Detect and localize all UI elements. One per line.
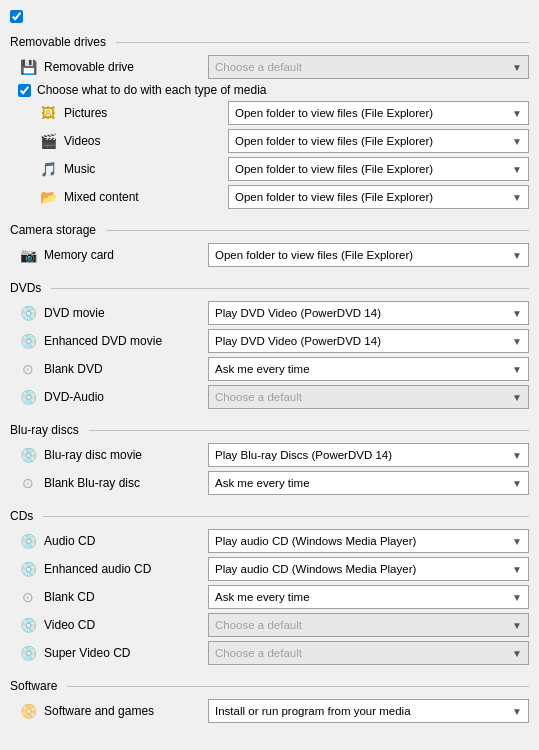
dropdown-text-removable-drive: Choose a default [215, 61, 508, 73]
dropdown-video-cd[interactable]: Choose a default▼ [208, 613, 529, 637]
dropdown-audio-cd[interactable]: Play audio CD (Windows Media Player)▼ [208, 529, 529, 553]
section-removable-drives: Removable drives💾Removable driveChoose a… [10, 35, 529, 209]
row-bluray-disc-movie: 💿Blu-ray disc moviePlay Blu-ray Discs (P… [10, 443, 529, 467]
dropdown-arrow-dvd-audio: ▼ [512, 392, 522, 403]
row-mixed-content: 📂Mixed contentOpen folder to view files … [10, 185, 529, 209]
dropdown-software-games[interactable]: Install or run program from your media▼ [208, 699, 529, 723]
dvdmovie-icon: 💿 [18, 303, 38, 323]
row-label-text-video-cd: Video CD [44, 618, 95, 632]
dropdown-dvd-audio[interactable]: Choose a default▼ [208, 385, 529, 409]
dropdown-arrow-software-games: ▼ [512, 706, 522, 717]
row-blank-bluray: ⊙Blank Blu-ray discAsk me every time▼ [10, 471, 529, 495]
dropdown-enhanced-dvd-movie[interactable]: Play DVD Video (PowerDVD 14)▼ [208, 329, 529, 353]
row-memory-card: 📷Memory cardOpen folder to view files (F… [10, 243, 529, 267]
section-dvds: DVDs💿DVD moviePlay DVD Video (PowerDVD 1… [10, 281, 529, 409]
dropdown-text-memory-card: Open folder to view files (File Explorer… [215, 249, 508, 261]
video-icon: 🎬 [38, 131, 58, 151]
drive-icon: 💾 [18, 57, 38, 77]
dropdown-arrow-removable-drive: ▼ [512, 62, 522, 73]
row-dvd-audio: 💿DVD-AudioChoose a default▼ [10, 385, 529, 409]
memcard-icon: 📷 [18, 245, 38, 265]
dropdown-dvd-movie[interactable]: Play DVD Video (PowerDVD 14)▼ [208, 301, 529, 325]
row-enhanced-dvd-movie: 💿Enhanced DVD moviePlay DVD Video (Power… [10, 329, 529, 353]
dropdown-arrow-memory-card: ▼ [512, 250, 522, 261]
row-blank-cd: ⊙Blank CDAsk me every time▼ [10, 585, 529, 609]
row-label-text-super-video-cd: Super Video CD [44, 646, 131, 660]
dropdown-text-pictures: Open folder to view files (File Explorer… [235, 107, 508, 119]
dropdown-pictures[interactable]: Open folder to view files (File Explorer… [228, 101, 529, 125]
blank-icon: ⊙ [18, 473, 38, 493]
dropdown-removable-drive[interactable]: Choose a default▼ [208, 55, 529, 79]
row-label-text-memory-card: Memory card [44, 248, 114, 262]
sub-checkbox-removable-drives[interactable] [18, 84, 31, 97]
section-header-software: Software [10, 679, 529, 693]
dropdown-blank-bluray[interactable]: Ask me every time▼ [208, 471, 529, 495]
dropdown-text-video-cd: Choose a default [215, 619, 508, 631]
section-cds: CDs💿Audio CDPlay audio CD (Windows Media… [10, 509, 529, 665]
dropdown-videos[interactable]: Open folder to view files (File Explorer… [228, 129, 529, 153]
dropdown-arrow-bluray-disc-movie: ▼ [512, 450, 522, 461]
mixed-icon: 📂 [38, 187, 58, 207]
row-label-text-blank-dvd: Blank DVD [44, 362, 103, 376]
row-pictures: 🖼PicturesOpen folder to view files (File… [10, 101, 529, 125]
dropdown-text-blank-dvd: Ask me every time [215, 363, 508, 375]
autoplay-checkbox[interactable] [10, 10, 23, 23]
dropdown-arrow-pictures: ▼ [512, 108, 522, 119]
blank-icon: ⊙ [18, 359, 38, 379]
row-enhanced-audio-cd: 💿Enhanced audio CDPlay audio CD (Windows… [10, 557, 529, 581]
dropdown-arrow-videos: ▼ [512, 136, 522, 147]
dvdmovie-icon: 💿 [18, 331, 38, 351]
dropdown-arrow-dvd-movie: ▼ [512, 308, 522, 319]
sections-container: Removable drives💾Removable driveChoose a… [10, 35, 529, 723]
row-label-text-dvd-audio: DVD-Audio [44, 390, 104, 404]
audiocd-icon: 💿 [18, 559, 38, 579]
picture-icon: 🖼 [38, 103, 58, 123]
row-label-text-pictures: Pictures [64, 106, 107, 120]
dropdown-arrow-blank-dvd: ▼ [512, 364, 522, 375]
section-header-removable-drives: Removable drives [10, 35, 529, 49]
dvdmovie-icon: 💿 [18, 643, 38, 663]
row-label-text-enhanced-dvd-movie: Enhanced DVD movie [44, 334, 162, 348]
dropdown-blank-cd[interactable]: Ask me every time▼ [208, 585, 529, 609]
dropdown-arrow-music: ▼ [512, 164, 522, 175]
bluray-icon: 💿 [18, 445, 38, 465]
dropdown-arrow-enhanced-dvd-movie: ▼ [512, 336, 522, 347]
row-video-cd: 💿Video CDChoose a default▼ [10, 613, 529, 637]
sub-checkbox-label-removable-drives: Choose what to do with each type of medi… [37, 83, 266, 97]
dropdown-arrow-video-cd: ▼ [512, 620, 522, 631]
dropdown-mixed-content[interactable]: Open folder to view files (File Explorer… [228, 185, 529, 209]
dropdown-text-bluray-disc-movie: Play Blu-ray Discs (PowerDVD 14) [215, 449, 508, 461]
dropdown-text-blank-bluray: Ask me every time [215, 477, 508, 489]
dropdown-blank-dvd[interactable]: Ask me every time▼ [208, 357, 529, 381]
row-music: 🎵MusicOpen folder to view files (File Ex… [10, 157, 529, 181]
autoplay-checkbox-row[interactable] [10, 10, 529, 23]
row-blank-dvd: ⊙Blank DVDAsk me every time▼ [10, 357, 529, 381]
row-videos: 🎬VideosOpen folder to view files (File E… [10, 129, 529, 153]
row-audio-cd: 💿Audio CDPlay audio CD (Windows Media Pl… [10, 529, 529, 553]
dropdown-text-enhanced-dvd-movie: Play DVD Video (PowerDVD 14) [215, 335, 508, 347]
row-label-text-dvd-movie: DVD movie [44, 306, 105, 320]
dropdown-memory-card[interactable]: Open folder to view files (File Explorer… [208, 243, 529, 267]
dropdown-bluray-disc-movie[interactable]: Play Blu-ray Discs (PowerDVD 14)▼ [208, 443, 529, 467]
section-camera-storage: Camera storage📷Memory cardOpen folder to… [10, 223, 529, 267]
dropdown-music[interactable]: Open folder to view files (File Explorer… [228, 157, 529, 181]
dropdown-text-mixed-content: Open folder to view files (File Explorer… [235, 191, 508, 203]
sub-checkbox-row-removable-drives[interactable]: Choose what to do with each type of medi… [10, 83, 529, 97]
dropdown-text-super-video-cd: Choose a default [215, 647, 508, 659]
audiocd-icon: 💿 [18, 531, 38, 551]
dropdown-arrow-mixed-content: ▼ [512, 192, 522, 203]
row-label-text-mixed-content: Mixed content [64, 190, 139, 204]
row-label-text-blank-bluray: Blank Blu-ray disc [44, 476, 140, 490]
row-removable-drive: 💾Removable driveChoose a default▼ [10, 55, 529, 79]
section-header-dvds: DVDs [10, 281, 529, 295]
dropdown-super-video-cd[interactable]: Choose a default▼ [208, 641, 529, 665]
section-software: Software📀Software and gamesInstall or ru… [10, 679, 529, 723]
row-label-text-software-games: Software and games [44, 704, 154, 718]
row-label-text-audio-cd: Audio CD [44, 534, 95, 548]
music-icon: 🎵 [38, 159, 58, 179]
row-software-games: 📀Software and gamesInstall or run progra… [10, 699, 529, 723]
dropdown-arrow-super-video-cd: ▼ [512, 648, 522, 659]
dropdown-arrow-blank-cd: ▼ [512, 592, 522, 603]
dropdown-enhanced-audio-cd[interactable]: Play audio CD (Windows Media Player)▼ [208, 557, 529, 581]
dropdown-arrow-audio-cd: ▼ [512, 536, 522, 547]
